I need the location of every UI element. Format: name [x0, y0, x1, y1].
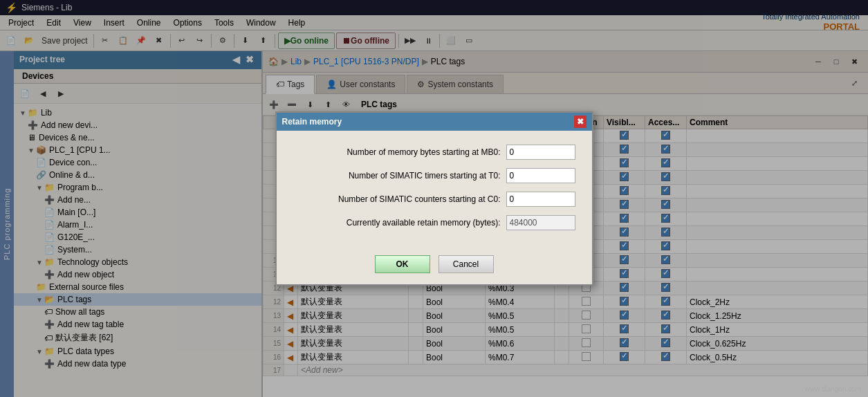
- dialog-label-0: Number of memory bytes starting at MB0:: [293, 147, 501, 157]
- dialog-input-c0[interactable]: [506, 192, 575, 207]
- dialog-body: Number of memory bytes starting at MB0: …: [277, 131, 592, 250]
- dialog-row-2: Number of SIMATIC counters starting at C…: [293, 192, 575, 207]
- dialog-input-available: [506, 215, 575, 230]
- dialog-row-3: Currently available retain memory (bytes…: [293, 215, 575, 230]
- dialog-row-0: Number of memory bytes starting at MB0:: [293, 145, 575, 160]
- dialog-title: Retain memory: [282, 117, 342, 127]
- dialog-title-bar: Retain memory ✖: [277, 113, 592, 131]
- dialog-ok-button[interactable]: OK: [375, 255, 430, 273]
- dialog-cancel-button[interactable]: Cancel: [438, 255, 494, 273]
- retain-memory-dialog: Retain memory ✖ Number of memory bytes s…: [275, 111, 593, 286]
- dialog-close-button[interactable]: ✖: [574, 116, 587, 128]
- dialog-row-1: Number of SIMATIC timers starting at T0:: [293, 168, 575, 183]
- modal-overlay: Retain memory ✖ Number of memory bytes s…: [0, 0, 868, 397]
- dialog-label-1: Number of SIMATIC timers starting at T0:: [293, 171, 501, 181]
- dialog-input-mb0[interactable]: [506, 145, 575, 160]
- dialog-label-2: Number of SIMATIC counters starting at C…: [293, 194, 501, 204]
- dialog-input-t0[interactable]: [506, 168, 575, 183]
- dialog-label-3: Currently available retain memory (bytes…: [293, 218, 501, 228]
- dialog-footer: OK Cancel: [277, 250, 592, 284]
